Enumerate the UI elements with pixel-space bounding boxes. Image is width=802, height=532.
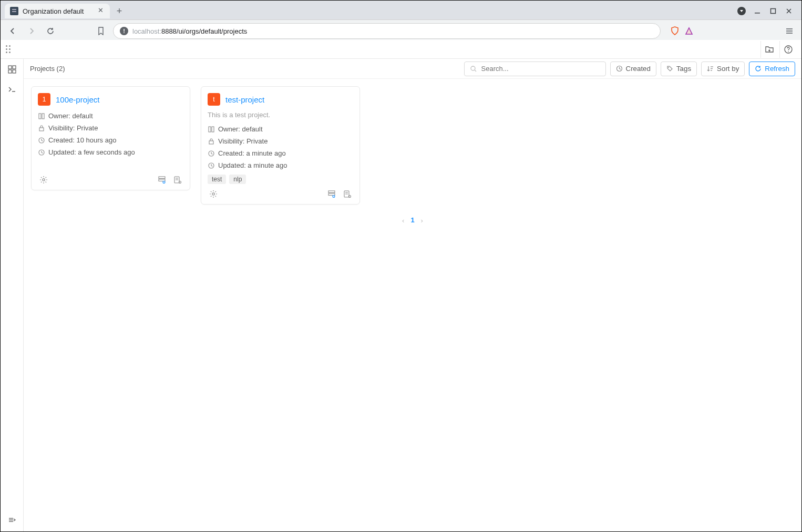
svg-rect-36 — [159, 177, 165, 179]
owner-row: Owner: default — [38, 112, 183, 120]
svg-rect-14 — [8, 66, 12, 69]
svg-rect-16 — [8, 70, 12, 73]
refresh-icon — [755, 65, 762, 72]
svg-point-22 — [471, 66, 475, 70]
reload-button[interactable] — [44, 24, 57, 38]
app-root: Projects (2) Created Tags Sort by — [1, 40, 801, 531]
project-card: 1100e-projectOwner: defaultVisibility: P… — [31, 86, 190, 190]
updated-row: Updated: a minute ago — [208, 161, 353, 169]
main-content: Projects (2) Created Tags Sort by — [24, 59, 801, 531]
sortby-button[interactable]: Sort by — [701, 62, 745, 76]
svg-rect-17 — [13, 70, 16, 73]
tags-filter-button[interactable]: Tags — [661, 62, 697, 76]
settings-icon[interactable] — [38, 174, 49, 186]
visibility-row: Visibility: Private — [38, 124, 183, 132]
svg-rect-30 — [39, 114, 41, 119]
svg-rect-1 — [755, 13, 760, 14]
created-row: Created: 10 hours ago — [38, 136, 183, 144]
project-name-link[interactable]: 100e-project — [56, 95, 99, 104]
drag-handle-icon[interactable] — [6, 45, 14, 54]
next-page-icon[interactable]: › — [421, 217, 423, 224]
refresh-button[interactable]: Refresh — [749, 62, 795, 76]
project-name-link[interactable]: test-project — [225, 95, 264, 104]
profile-badge-icon[interactable] — [737, 7, 746, 15]
svg-rect-49 — [328, 191, 335, 193]
svg-point-51 — [333, 196, 335, 198]
runs-icon[interactable] — [326, 188, 337, 200]
maximize-button[interactable] — [769, 7, 777, 15]
project-avatar: 1 — [38, 93, 50, 106]
toolbar: Projects (2) Created Tags Sort by — [24, 59, 801, 79]
dashboard-icon[interactable] — [5, 62, 19, 77]
created-filter-button[interactable]: Created — [610, 62, 656, 76]
project-avatar: t — [208, 93, 220, 106]
tag[interactable]: nlp — [229, 175, 246, 184]
svg-point-38 — [163, 181, 165, 183]
favicon-icon — [10, 7, 18, 15]
project-card: ttest-projectThis is a test project.Owne… — [201, 86, 360, 204]
menu-button[interactable] — [783, 24, 796, 38]
browser-chrome: Organization default ✕ + ! localhost:888… — [1, 1, 801, 43]
prev-page-icon[interactable]: ‹ — [402, 217, 404, 224]
created-row: Created: a minute ago — [208, 149, 353, 157]
terminal-icon[interactable] — [5, 82, 19, 97]
forward-button[interactable] — [25, 24, 38, 38]
search-input[interactable] — [464, 62, 606, 76]
svg-rect-43 — [209, 127, 211, 132]
close-button[interactable] — [785, 7, 793, 15]
tag-icon — [666, 65, 673, 72]
back-button[interactable] — [6, 24, 19, 38]
tag[interactable]: test — [208, 175, 226, 184]
url-input[interactable]: ! localhost:8888/ui/orgs/default/project… — [113, 23, 661, 39]
address-bar: ! localhost:8888/ui/orgs/default/project… — [1, 19, 801, 43]
clock-icon — [616, 65, 623, 72]
folder-icon[interactable] — [760, 41, 777, 58]
tag-list: testnlp — [208, 175, 353, 184]
url-text: localhost:8888/ui/orgs/default/projects — [132, 27, 247, 35]
site-info-icon[interactable]: ! — [120, 27, 128, 35]
sidebar — [1, 59, 24, 531]
search-field[interactable] — [480, 64, 600, 73]
help-icon[interactable] — [779, 41, 796, 58]
svg-point-35 — [43, 179, 45, 181]
page-title: Projects (2) — [30, 65, 65, 73]
artifacts-icon[interactable] — [172, 174, 183, 186]
shield-icon[interactable] — [670, 26, 680, 36]
svg-marker-0 — [740, 10, 743, 12]
svg-rect-32 — [39, 128, 44, 131]
close-tab-icon[interactable]: ✕ — [96, 7, 105, 15]
search-icon — [470, 65, 477, 73]
tabstrip: Organization default ✕ + — [1, 1, 801, 19]
svg-point-48 — [212, 193, 214, 195]
visibility-row: Visibility: Private — [208, 137, 353, 145]
app-topbar — [1, 40, 801, 59]
svg-point-25 — [668, 67, 669, 68]
owner-row: Owner: default — [208, 125, 353, 133]
settings-icon[interactable] — [208, 188, 219, 200]
brave-logo-icon[interactable] — [685, 27, 693, 35]
svg-rect-45 — [209, 141, 213, 144]
svg-line-23 — [475, 70, 476, 71]
artifacts-icon[interactable] — [342, 188, 353, 200]
window-controls — [737, 7, 797, 15]
svg-rect-15 — [13, 66, 16, 69]
runs-icon[interactable] — [156, 174, 168, 186]
new-tab-button[interactable]: + — [112, 4, 127, 18]
project-description: This is a test project. — [208, 111, 353, 119]
svg-rect-31 — [42, 114, 44, 119]
svg-marker-6 — [686, 28, 692, 34]
svg-rect-44 — [212, 127, 214, 132]
updated-row: Updated: a few seconds ago — [38, 148, 183, 156]
browser-tab[interactable]: Organization default ✕ — [5, 4, 110, 18]
pagination: ‹ 1 › — [24, 216, 801, 224]
project-cards: 1100e-projectOwner: defaultVisibility: P… — [24, 79, 801, 212]
svg-rect-2 — [771, 9, 776, 14]
sort-icon — [707, 65, 714, 72]
svg-point-13 — [788, 51, 789, 52]
expand-sidebar-icon[interactable] — [5, 513, 19, 527]
page-number[interactable]: 1 — [410, 216, 414, 224]
minimize-button[interactable] — [753, 7, 762, 15]
tab-title: Organization default — [23, 7, 92, 15]
bookmark-icon[interactable] — [94, 24, 108, 38]
